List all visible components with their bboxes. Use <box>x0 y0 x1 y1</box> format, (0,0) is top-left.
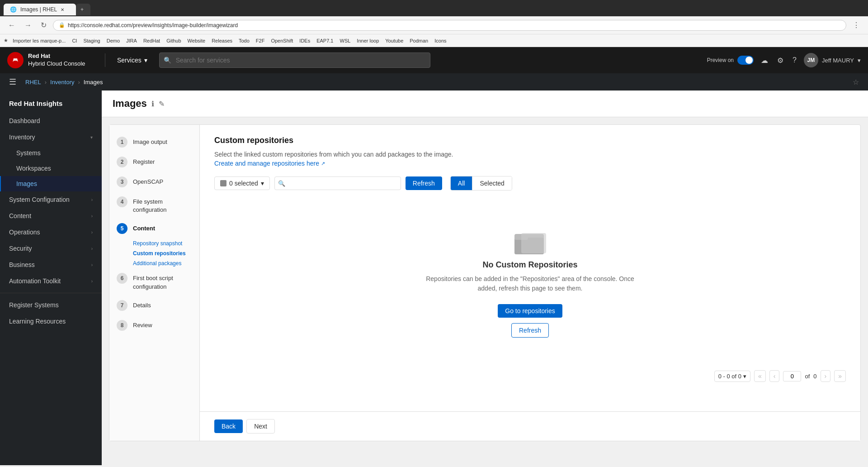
pagination-range[interactable]: 0 - 0 of 0 ▾ <box>714 371 750 382</box>
info-icon[interactable]: ℹ <box>151 100 154 108</box>
services-menu-btn[interactable]: Services ▾ <box>113 54 152 67</box>
sidebar-item-images[interactable]: Images <box>0 176 102 191</box>
wizard-nav-bar: Back Next <box>200 411 860 441</box>
empty-state-desc: Repositories can be added in the "Reposi… <box>422 274 639 293</box>
external-link-icon: ↗ <box>321 161 325 167</box>
sidebar-sub-inventory: Systems Workspaces Images <box>0 145 102 191</box>
bookmark-7[interactable]: Website <box>186 37 208 44</box>
bookmark-0[interactable]: Importer les marque-p... <box>11 37 67 44</box>
bookmark-16[interactable]: Youtube <box>383 37 405 44</box>
tab-selected[interactable]: Selected <box>472 176 511 190</box>
bookmark-6[interactable]: Github <box>165 37 183 44</box>
wizard-step-3[interactable]: 3 OpenSCAP <box>109 172 199 192</box>
hamburger-menu-btn[interactable]: ☰ <box>9 77 16 87</box>
wizard-main: Custom repositories Select the linked cu… <box>200 125 860 441</box>
wizard-sub-step-additional-packages[interactable]: Additional packages <box>109 258 199 268</box>
redhat-logo-icon <box>7 52 24 68</box>
wizard-step-6[interactable]: 6 First boot script configuration <box>109 268 199 295</box>
tab-close-btn[interactable]: ✕ <box>61 7 64 12</box>
extensions-btn[interactable]: ⋮ <box>850 20 863 30</box>
user-menu-chevron: ▾ <box>858 57 861 64</box>
wizard-step-2[interactable]: 2 Register <box>109 152 199 172</box>
wizard-step-7[interactable]: 7 Details <box>109 295 199 315</box>
preview-toggle-switch[interactable] <box>737 56 754 65</box>
settings-icon-btn[interactable]: ⚙ <box>775 54 785 67</box>
all-selected-tab-group: All Selected <box>450 176 512 191</box>
sidebar-item-systems[interactable]: Systems <box>0 145 102 161</box>
wizard-step-8[interactable]: 8 Review <box>109 315 199 335</box>
sidebar-item-register-systems[interactable]: Register Systems <box>0 297 102 313</box>
favorite-star-icon[interactable]: ☆ <box>853 78 859 86</box>
browser-new-tab[interactable]: + <box>76 4 90 15</box>
sidebar-item-inventory[interactable]: Inventory ▾ <box>0 129 102 145</box>
bookmark-3[interactable]: Demo <box>105 37 122 44</box>
pagination-next-btn[interactable]: › <box>821 370 831 382</box>
bookmark-13[interactable]: EAP7.1 <box>315 37 335 44</box>
pagination-first-btn[interactable]: « <box>754 370 766 382</box>
edit-icon[interactable]: ✎ <box>159 100 165 108</box>
cloud-icon-btn[interactable]: ☁ <box>759 54 770 67</box>
sidebar-item-learning-resources[interactable]: Learning Resources <box>0 313 102 329</box>
wizard-step-5[interactable]: 5 Content <box>109 219 199 238</box>
pagination-page-input[interactable] <box>783 371 801 381</box>
wizard-step-4[interactable]: 4 File system configuration <box>109 192 199 219</box>
bookmark-18[interactable]: Icons <box>433 37 448 44</box>
pagination-last-btn[interactable]: » <box>834 370 846 382</box>
wizard-sub-step-repo-snapshot[interactable]: Repository snapshot <box>109 238 199 248</box>
bookmark-2[interactable]: Staging <box>81 37 102 44</box>
repo-search-input[interactable] <box>274 176 401 190</box>
sidebar-item-workspaces[interactable]: Workspaces <box>0 161 102 176</box>
sidebar-item-dashboard[interactable]: Dashboard <box>0 113 102 129</box>
browser-active-tab[interactable]: 🌐 Images | RHEL ✕ <box>4 4 76 15</box>
bookmark-11[interactable]: OpenShift <box>269 37 295 44</box>
help-icon-btn[interactable]: ? <box>791 54 798 66</box>
chevron-down-icon: ▾ <box>261 180 264 187</box>
empty-refresh-btn[interactable]: Refresh <box>511 323 549 338</box>
bookmark-14[interactable]: WSL <box>338 37 353 44</box>
app-logo[interactable]: Red Hat Hybrid Cloud Console <box>7 52 98 68</box>
breadcrumb-rhel[interactable]: RHEL <box>25 79 41 86</box>
bookmark-5[interactable]: RedHat <box>142 37 162 44</box>
back-btn[interactable]: ← <box>5 20 18 30</box>
bookmark-17[interactable]: Podman <box>408 37 430 44</box>
bookmark-1[interactable]: CI <box>70 37 79 44</box>
header-right: Preview on ☁ ⚙ ? JM Jeff MAURY ▾ <box>707 53 861 67</box>
breadcrumb-inventory[interactable]: Inventory <box>50 79 74 86</box>
bookmark-12[interactable]: IDEs <box>297 37 312 44</box>
bookmark-9[interactable]: Todo <box>237 37 251 44</box>
user-avatar[interactable]: JM Jeff MAURY ▾ <box>804 53 861 67</box>
repo-search-field[interactable]: 🔍 <box>274 176 401 190</box>
chevron-down-icon: ▾ <box>90 135 93 140</box>
forward-btn[interactable]: → <box>22 20 34 30</box>
sidebar-item-system-config[interactable]: System Configuration › <box>0 191 102 208</box>
wizard-sub-step-custom-repos[interactable]: Custom repositories <box>109 248 199 258</box>
back-button[interactable]: Back <box>214 419 243 433</box>
page-header: Images ℹ ✎ <box>102 91 868 117</box>
sidebar-item-automation[interactable]: Automation Toolkit › <box>0 273 102 289</box>
bookmark-15[interactable]: Inner loop <box>355 37 381 44</box>
reload-btn[interactable]: ↻ <box>38 20 49 30</box>
header-search[interactable]: 🔍 <box>159 52 430 68</box>
wizard-container: 1 Image output 2 Register 3 OpenSCAP 4 F… <box>109 124 861 441</box>
sidebar-item-operations[interactable]: Operations › <box>0 224 102 240</box>
sidebar-item-security[interactable]: Security › <box>0 240 102 257</box>
bookmark-8[interactable]: Releases <box>210 37 234 44</box>
select-count-dropdown[interactable]: 0 selected ▾ <box>214 176 270 190</box>
logo-line2: Hybrid Cloud Console <box>28 60 85 67</box>
sidebar-item-business[interactable]: Business › <box>0 257 102 273</box>
search-icon: 🔍 <box>164 57 171 64</box>
create-repos-link[interactable]: Create and manage repositories here ↗ <box>214 160 325 167</box>
go-to-repos-btn[interactable]: Go to repositories <box>498 304 562 318</box>
bookmark-4[interactable]: JIRA <box>124 37 139 44</box>
refresh-button[interactable]: Refresh <box>406 176 442 190</box>
search-input[interactable] <box>159 52 430 68</box>
next-button[interactable]: Next <box>246 419 275 434</box>
sidebar-item-content[interactable]: Content › <box>0 208 102 224</box>
chevron-right-icon: › <box>91 214 93 219</box>
bookmark-10[interactable]: F2F <box>254 37 267 44</box>
wizard-step-1[interactable]: 1 Image output <box>109 132 199 152</box>
search-icon: 🔍 <box>278 180 285 187</box>
tab-all[interactable]: All <box>451 176 473 190</box>
pagination-prev-btn[interactable]: ‹ <box>769 370 780 382</box>
url-bar[interactable]: 🔒 https://console.redhat.com/preview/ins… <box>53 20 846 31</box>
